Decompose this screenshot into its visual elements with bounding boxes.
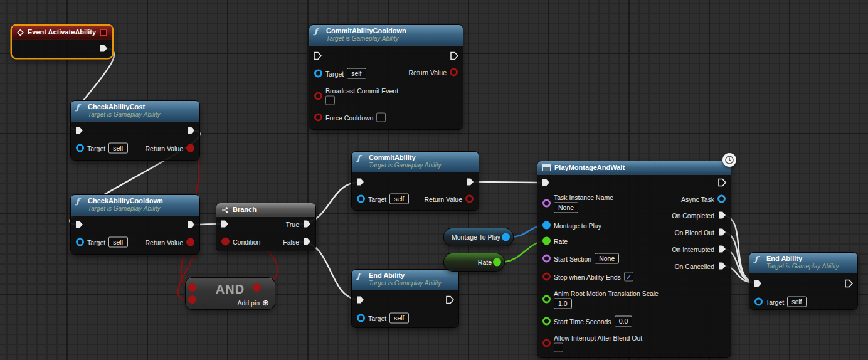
exec-in-pin[interactable] <box>220 220 230 229</box>
node-header[interactable]: ƒ CommitAbility Target is Gameplay Abili… <box>352 152 479 172</box>
exec-out-pin[interactable] <box>450 51 459 61</box>
node-header[interactable]: Event ActivateAbility <box>12 26 112 40</box>
anim-root-motion-input[interactable]: 1.0 <box>554 299 572 309</box>
return-value-pin[interactable] <box>186 144 194 152</box>
on-cancelled-label: On Cancelled <box>674 262 714 270</box>
node-end-ability-middle[interactable]: ƒ End Ability Target is Gameplay Ability… <box>352 270 458 327</box>
variable-label: Montage To Play <box>452 233 500 241</box>
node-header[interactable]: ƒ CheckAbilityCost Target is Gameplay Ab… <box>71 101 199 122</box>
broadcast-commit-event-checkbox[interactable] <box>326 96 335 105</box>
function-icon: ƒ <box>357 272 366 280</box>
condition-label: Condition <box>233 238 260 245</box>
exec-out-pin[interactable] <box>186 126 196 135</box>
node-check-ability-cooldown[interactable]: ƒ CheckAbilityCooldown Target is Gamepla… <box>71 195 199 254</box>
anim-root-motion-label: Anim Root Motion Translation Scale <box>554 290 659 297</box>
return-value-pin[interactable] <box>450 68 458 77</box>
broadcast-commit-event-pin[interactable] <box>314 92 322 100</box>
allow-interrupt-pin[interactable] <box>542 339 551 347</box>
node-and-gate[interactable]: AND Add pin ⊕ <box>186 278 275 309</box>
node-variable-rate[interactable]: Rate <box>444 253 504 271</box>
node-header[interactable]: PlayMontageAndWait <box>537 161 731 175</box>
exec-in-pin[interactable] <box>356 295 365 305</box>
node-play-montage-and-wait[interactable]: PlayMontageAndWait Task Instance Name No… <box>537 161 731 357</box>
task-instance-name-input[interactable]: None <box>554 203 578 213</box>
exec-out-pin[interactable] <box>99 44 109 53</box>
on-completed-label: On Completed <box>672 211 714 219</box>
on-cancelled-exec-pin[interactable] <box>717 262 727 271</box>
target-pin[interactable] <box>76 238 84 246</box>
exec-in-pin[interactable] <box>356 177 365 187</box>
true-exec-pin[interactable] <box>302 220 312 229</box>
stop-when-ability-ends-checkbox[interactable]: ✓ <box>624 272 633 282</box>
target-value-input[interactable]: self <box>389 194 408 204</box>
node-end-ability-right[interactable]: ƒ End Ability Target is Gameplay Ability… <box>749 253 857 309</box>
target-value-input[interactable]: self <box>109 237 127 248</box>
exec-in-pin[interactable] <box>75 126 84 135</box>
exec-out-pin[interactable] <box>844 279 854 289</box>
node-variable-montage-to-play[interactable]: Montage To Play <box>444 228 513 246</box>
node-title: Event ActivateAbility <box>28 28 96 36</box>
start-section-input[interactable]: None <box>595 253 619 264</box>
target-pin[interactable] <box>76 144 84 152</box>
node-header[interactable]: ƒ End Ability Target is Gameplay Ability <box>749 253 857 273</box>
condition-pin[interactable] <box>221 238 230 246</box>
montage-output-pin[interactable] <box>502 233 510 241</box>
exec-in-pin[interactable] <box>313 51 322 61</box>
async-task-pin[interactable] <box>717 195 726 203</box>
function-icon: ƒ <box>754 255 763 263</box>
exec-out-pin[interactable] <box>717 178 727 188</box>
exec-in-pin[interactable] <box>753 279 763 289</box>
node-header[interactable]: Branch <box>216 203 315 217</box>
target-value-input[interactable]: self <box>347 68 366 79</box>
start-time-seconds-input[interactable]: 0.0 <box>615 316 633 327</box>
force-cooldown-label: Force Cooldown <box>326 114 373 121</box>
false-exec-pin[interactable] <box>302 237 312 246</box>
start-time-seconds-pin[interactable] <box>542 317 551 326</box>
stop-when-ability-ends-pin[interactable] <box>542 273 551 281</box>
on-blend-out-exec-pin[interactable] <box>717 228 727 237</box>
montage-to-play-pin[interactable] <box>542 221 551 230</box>
target-pin[interactable] <box>357 195 365 203</box>
exec-out-pin[interactable] <box>465 177 475 187</box>
target-value-input[interactable]: self <box>787 297 806 307</box>
function-icon: ƒ <box>76 103 85 111</box>
node-header[interactable]: ƒ End Ability Target is Gameplay Ability <box>352 270 458 290</box>
target-value-input[interactable]: self <box>389 313 408 324</box>
and-label: AND <box>186 282 275 297</box>
exec-in-pin[interactable] <box>75 220 84 230</box>
node-commit-ability[interactable]: ƒ CommitAbility Target is Gameplay Abili… <box>352 152 479 210</box>
on-blend-out-label: On Blend Out <box>674 228 714 236</box>
exec-out-pin[interactable] <box>186 220 196 230</box>
node-header[interactable]: ƒ CheckAbilityCooldown Target is Gamepla… <box>71 195 199 216</box>
task-instance-name-pin[interactable] <box>542 199 551 208</box>
start-section-pin[interactable] <box>542 255 551 263</box>
delegate-pin[interactable] <box>100 29 107 36</box>
force-cooldown-pin[interactable] <box>314 114 322 122</box>
node-subtitle: Target is Gameplay Ability <box>326 35 458 43</box>
target-pin[interactable] <box>357 314 365 322</box>
target-pin[interactable] <box>314 70 322 78</box>
node-event-activate-ability[interactable]: Event ActivateAbility <box>12 26 112 58</box>
node-commit-ability-cooldown[interactable]: ƒ CommitAbilityCooldown Target is Gamepl… <box>309 25 463 129</box>
return-value-pin[interactable] <box>186 238 194 246</box>
anim-root-motion-pin[interactable] <box>542 295 551 304</box>
node-title: CommitAbilityCooldown <box>326 27 458 35</box>
on-completed-exec-pin[interactable] <box>717 211 727 220</box>
add-pin-button[interactable]: Add pin ⊕ <box>237 299 269 307</box>
start-time-seconds-label: Start Time Seconds <box>554 317 611 325</box>
target-value-input[interactable]: self <box>109 143 127 154</box>
target-pin[interactable] <box>754 298 763 306</box>
node-header[interactable]: ƒ CommitAbilityCooldown Target is Gamepl… <box>309 25 463 46</box>
exec-in-pin[interactable] <box>541 178 551 188</box>
allow-interrupt-checkbox[interactable] <box>554 343 563 352</box>
node-check-ability-cost[interactable]: ƒ CheckAbilityCost Target is Gameplay Ab… <box>71 101 199 160</box>
node-title: End Ability <box>369 272 453 280</box>
node-branch[interactable]: Branch True Condition False <box>216 203 315 251</box>
exec-out-pin[interactable] <box>445 295 455 305</box>
rate-pin[interactable] <box>542 237 551 245</box>
return-value-pin[interactable] <box>465 195 474 203</box>
blueprint-graph-canvas[interactable]: Event ActivateAbility ƒ CheckAbilityCost… <box>0 0 868 360</box>
force-cooldown-checkbox[interactable] <box>376 113 386 122</box>
rate-output-pin[interactable] <box>493 258 501 267</box>
on-interrupted-exec-pin[interactable] <box>717 245 727 254</box>
